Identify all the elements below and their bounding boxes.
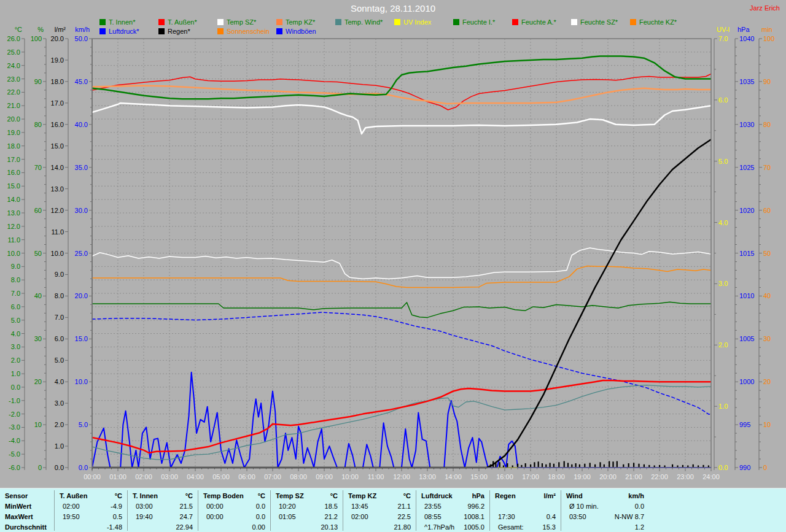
axis-label-pct: 20 xyxy=(34,378,42,385)
series-bar-Regen Intervall xyxy=(590,463,591,468)
x-label: 24:00 xyxy=(702,473,720,480)
table-value: 1.2 xyxy=(600,522,644,532)
table-value: 1008.1 xyxy=(440,512,484,522)
series-bar-Regen Intervall xyxy=(604,465,605,468)
series-bar-Regen Intervall xyxy=(644,465,645,468)
x-label: 12:00 xyxy=(393,473,410,480)
series-bar-Regen Intervall xyxy=(525,463,526,468)
x-label: 04:00 xyxy=(187,473,204,480)
table-row-label: MinWert xyxy=(5,501,53,512)
table-value: 1005.0 xyxy=(440,522,484,532)
series-bar-Regen Intervall xyxy=(579,465,580,468)
axis-label-c: 21.0 xyxy=(7,102,20,109)
axis-unit-c: °C xyxy=(15,26,22,33)
table-col-unit: l/m² xyxy=(515,491,556,501)
axis-label-uv: 4.0 xyxy=(718,219,728,226)
axis-label-lm2: 12.0 xyxy=(51,207,64,214)
axis-label-pct: 100 xyxy=(31,35,42,42)
axis-label-lm2: 4.0 xyxy=(55,378,64,385)
axis-label-uv: 1.0 xyxy=(718,403,728,410)
axis-label-uv: 2.0 xyxy=(718,341,728,349)
axis-label-kmh: 50.0 xyxy=(75,35,88,42)
axis-label-c: 18.0 xyxy=(7,142,20,150)
x-label: 02:00 xyxy=(135,473,152,480)
axis-label-min: 100 xyxy=(763,35,774,42)
axis-label-kmh: 30.0 xyxy=(75,207,88,214)
x-label: 06:00 xyxy=(238,473,255,480)
summary-table: SensorMinWertMaxWertDurchschnittT. Außen… xyxy=(0,488,786,532)
series-bar-Regen Intervall xyxy=(609,461,610,468)
axis-label-lm2: 15.0 xyxy=(51,142,64,150)
table-value: 21.2 xyxy=(294,512,338,522)
axis-label-kmh: 20.0 xyxy=(75,292,88,299)
axis-label-c: 13.0 xyxy=(7,209,20,217)
axis-unit-hpa: hPa xyxy=(737,26,750,33)
series-bar-Regen Intervall xyxy=(517,464,518,468)
table-row-label: MaxWert xyxy=(5,512,53,522)
axis-label-pct: 30 xyxy=(34,335,42,342)
weather-chart: °C-6.0-5.0-4.0-3.0-2.0-1.00.01.02.03.04.… xyxy=(0,0,786,488)
axis-label-hpa: 1010 xyxy=(739,292,754,299)
table-value: 996.2 xyxy=(440,501,484,512)
series-bar-Regen Intervall xyxy=(638,464,639,468)
axis-label-min: 0 xyxy=(763,464,767,471)
axis-label-min: 50 xyxy=(763,250,771,257)
table-value: 24.7 xyxy=(149,512,193,522)
table-value: 0.5 xyxy=(78,512,122,522)
series-bar-Regen Intervall xyxy=(623,465,624,468)
axis-label-kmh: 40.0 xyxy=(75,121,88,128)
x-label: 08:00 xyxy=(290,473,307,480)
axis-label-lm2: 3.0 xyxy=(55,399,64,407)
series-bar-Regen Intervall xyxy=(534,462,535,468)
axis-label-kmh: 0.0 xyxy=(79,464,88,471)
series-bar-Regen Intervall xyxy=(553,464,554,468)
x-label: 09:00 xyxy=(316,473,333,480)
axis-label-c: 15.0 xyxy=(7,182,20,190)
axis-label-c: 6.0 xyxy=(11,303,20,310)
axis-label-pct: 60 xyxy=(34,207,42,214)
axis-label-min: 80 xyxy=(763,121,771,128)
axis-label-pct: 90 xyxy=(34,78,42,85)
series-bar-Regen Intervall xyxy=(594,465,596,468)
series-bar-Regen Intervall xyxy=(492,461,494,468)
axis-label-c: 26.0 xyxy=(7,35,20,42)
axis-label-hpa: 1015 xyxy=(739,250,754,257)
axis-label-c: 16.0 xyxy=(7,169,20,176)
series-bar-Regen Intervall xyxy=(530,465,531,468)
axis-label-lm2: 20.0 xyxy=(51,35,64,42)
series-bar-Regen Intervall xyxy=(575,463,577,468)
weather-graph-window: Sonntag, 28.11.2010 Jarz Erich T. Innen*… xyxy=(0,0,786,532)
axis-label-hpa: 1000 xyxy=(739,378,754,385)
axis-label-c: -6.0 xyxy=(9,464,20,471)
table-value: 22.94 xyxy=(149,522,193,532)
axis-label-uv: 5.0 xyxy=(718,158,728,165)
axis-unit-lm2: l/m² xyxy=(55,26,66,33)
axis-label-kmh: 15.0 xyxy=(75,335,88,342)
table-row-label: Sensor xyxy=(5,491,53,501)
axis-label-c: 17.0 xyxy=(7,156,20,163)
series-bar-Regen Intervall xyxy=(495,463,496,468)
table-value: 22.5 xyxy=(367,512,411,522)
axis-label-min: 40 xyxy=(763,292,771,299)
axis-label-hpa: 1035 xyxy=(739,78,754,85)
x-label: 14:00 xyxy=(445,473,462,480)
axis-label-c: 12.0 xyxy=(7,223,20,230)
axis-label-pct: 70 xyxy=(34,164,42,171)
axis-label-lm2: 7.0 xyxy=(55,314,64,321)
series-bar-Regen Intervall xyxy=(507,463,508,468)
x-label: 16:00 xyxy=(496,473,513,480)
table-value: -4.9 xyxy=(78,501,122,512)
table-value: -1.48 xyxy=(78,522,122,532)
table-col-unit: °C xyxy=(297,491,338,501)
axis-label-uv: 7.0 xyxy=(718,35,728,42)
axis-label-c: 1.0 xyxy=(11,370,20,377)
table-value: 18.5 xyxy=(294,501,338,512)
series-bar-Regen Intervall xyxy=(628,463,629,468)
axis-label-lm2: 5.0 xyxy=(55,357,64,364)
table-value: 21.1 xyxy=(367,501,411,512)
axis-unit-pct: % xyxy=(37,26,44,33)
table-value: 15.3 xyxy=(512,522,556,532)
axis-label-lm2: 17.0 xyxy=(51,99,64,107)
x-label: 11:00 xyxy=(368,473,384,480)
series-bar-Regen Intervall xyxy=(599,462,601,468)
